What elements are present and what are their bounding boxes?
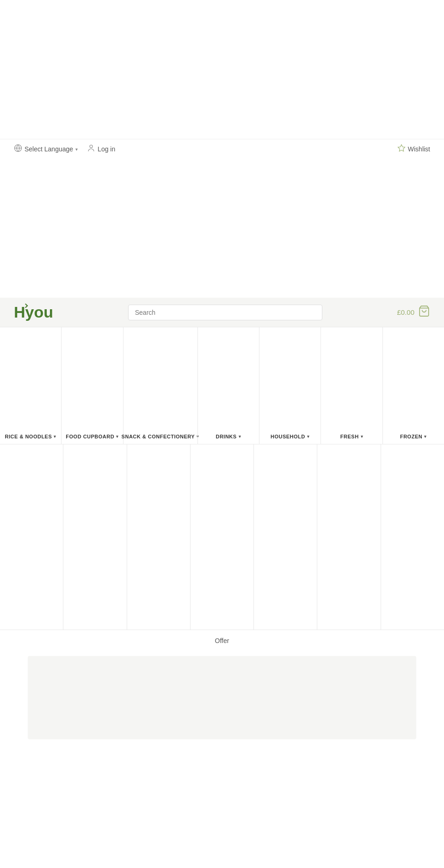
- person-icon: [87, 144, 95, 154]
- nav-item-frozen[interactable]: FROZEN ▾: [383, 327, 444, 444]
- nav-label-snack: SNACK & CONFECTIONERY ▾: [118, 429, 203, 444]
- promo-banner: [28, 656, 416, 739]
- wishlist-label: Wishlist: [408, 145, 430, 153]
- cart-area[interactable]: £0.00: [397, 305, 430, 320]
- language-chevron-icon: ▾: [75, 147, 78, 152]
- nav-label-rice-noodles: RICE & NOODLES ▾: [1, 429, 60, 444]
- svg-point-0: [90, 145, 92, 148]
- nav-label-fresh: FRESH ▾: [337, 429, 367, 444]
- nav-label-food-cupboard: FOOD CUPBOARD ▾: [62, 429, 122, 444]
- cart-icon: [418, 305, 430, 320]
- language-icon: [14, 144, 22, 154]
- offer-section: Offer: [0, 630, 444, 651]
- nav-item-food-cupboard[interactable]: FOOD CUPBOARD ▾: [62, 327, 123, 444]
- product-area: [0, 444, 444, 630]
- product-col-2: [127, 444, 191, 630]
- product-col-4: [254, 444, 317, 630]
- language-selector[interactable]: Select Language ▾: [14, 144, 78, 154]
- nav-item-fresh[interactable]: FRESH ▾: [321, 327, 382, 444]
- nav-label-drinks: DRINKS ▾: [212, 429, 245, 444]
- nav-label-frozen: FROZEN ▾: [396, 429, 431, 444]
- svg-marker-1: [398, 145, 405, 151]
- login-label: Log in: [98, 145, 115, 153]
- login-link[interactable]: Log in: [87, 144, 115, 154]
- nav-chevron-icon-3: ▾: [239, 434, 241, 439]
- product-col-6: [381, 444, 444, 630]
- utility-bar: Select Language ▾ Log in Wishlist: [0, 139, 444, 159]
- product-col-1: [63, 444, 127, 630]
- offer-label: Offer: [215, 637, 229, 644]
- language-label: Select Language: [25, 145, 73, 153]
- nav-image-food-cupboard: [62, 327, 123, 429]
- utility-left: Select Language ▾ Log in: [14, 144, 115, 154]
- nav-image-frozen: [383, 327, 444, 429]
- nav-image-household: [259, 327, 321, 429]
- nav-item-rice-noodles[interactable]: RICE & NOODLES ▾: [0, 327, 61, 444]
- wishlist-link[interactable]: Wishlist: [397, 144, 430, 154]
- promo-section: [0, 651, 444, 749]
- nav-label-household: HOUSEHOLD ▾: [267, 429, 313, 444]
- logo-text: H you: [14, 303, 53, 321]
- nav-item-snack[interactable]: SNACK & CONFECTIONERY ▾: [123, 327, 197, 444]
- nav-chevron-icon-6: ▾: [424, 434, 427, 439]
- nav-image-rice-noodles: [0, 327, 61, 429]
- nav-chevron-icon-0: ▾: [54, 434, 56, 439]
- top-white-area: [0, 0, 444, 139]
- nav-chevron-icon-4: ▾: [307, 434, 310, 439]
- star-icon: [397, 144, 406, 154]
- logo-h-letter: H: [14, 303, 25, 321]
- search-bar: [128, 305, 322, 320]
- nav-image-drinks: [198, 327, 259, 429]
- cart-price: £0.00: [397, 308, 414, 316]
- logo-you-text: you: [25, 303, 53, 321]
- nav-chevron-icon-5: ▾: [361, 434, 364, 439]
- product-col-3: [191, 444, 254, 630]
- nav-image-snack: [123, 327, 197, 429]
- mid-white-area: [0, 159, 444, 298]
- search-input[interactable]: [128, 305, 322, 320]
- logo[interactable]: H you: [14, 303, 53, 321]
- product-col-0: [0, 444, 63, 630]
- product-col-5: [317, 444, 381, 630]
- nav-bar: RICE & NOODLES ▾ FOOD CUPBOARD ▾ SNACK &…: [0, 327, 444, 444]
- nav-image-fresh: [321, 327, 382, 429]
- nav-item-drinks[interactable]: DRINKS ▾: [198, 327, 259, 444]
- header-bar: H you £0.00: [0, 298, 444, 327]
- nav-item-household[interactable]: HOUSEHOLD ▾: [259, 327, 321, 444]
